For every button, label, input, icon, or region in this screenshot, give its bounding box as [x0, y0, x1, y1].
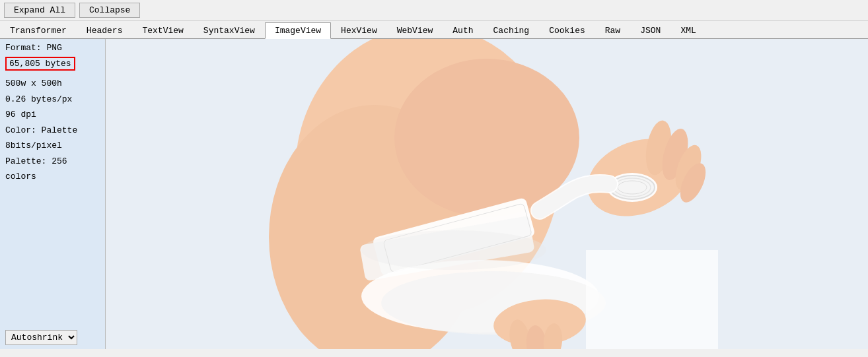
palette-label: Palette: 256 [5, 155, 100, 168]
svg-rect-23 [586, 250, 718, 349]
dpi-label: 96 dpi [5, 108, 100, 121]
tab-hexview[interactable]: HexView [331, 22, 387, 38]
bits-label: 8bits/pixel [5, 139, 100, 152]
tabs-row: TransformerHeadersTextViewSyntaxViewImag… [0, 21, 868, 39]
tab-transformer[interactable]: Transformer [0, 22, 77, 38]
tab-cookies[interactable]: Cookies [539, 22, 595, 38]
left-panel: Format: PNG 65,805 bytes 500w x 500h 0.2… [0, 39, 106, 349]
tab-json[interactable]: JSON [630, 22, 670, 38]
tab-textview[interactable]: TextView [132, 22, 193, 38]
tab-auth[interactable]: Auth [443, 22, 483, 38]
colors-label: colors [5, 170, 100, 183]
tab-caching[interactable]: Caching [484, 22, 540, 38]
right-panel [106, 39, 868, 349]
dimensions-label: 500w x 500h [5, 77, 100, 90]
collapse-button[interactable]: Collapse [79, 3, 140, 18]
tab-imageview[interactable]: ImageView [265, 22, 331, 39]
autoshrink-select[interactable]: Autoshrink Fit 100% [5, 330, 77, 345]
toolbar: Expand All Collapse [0, 0, 868, 21]
format-label: Format: PNG [5, 43, 100, 53]
tab-raw[interactable]: Raw [595, 22, 630, 38]
image-info: Format: PNG 65,805 bytes 500w x 500h 0.2… [5, 43, 100, 183]
image-display [106, 39, 868, 349]
expand-all-button[interactable]: Expand All [4, 3, 75, 18]
tab-webview[interactable]: WebView [387, 22, 443, 38]
bytes-per-px-label: 0.26 bytes/px [5, 93, 100, 106]
tab-headers[interactable]: Headers [77, 22, 133, 38]
bottom-bar: Autoshrink Fit 100% [5, 330, 100, 345]
main-content: Format: PNG 65,805 bytes 500w x 500h 0.2… [0, 39, 868, 349]
tab-xml[interactable]: XML [670, 22, 705, 38]
color-label: Color: Palette [5, 124, 100, 137]
tab-syntaxview[interactable]: SyntaxView [194, 22, 265, 38]
size-badge: 65,805 bytes [5, 57, 75, 71]
svg-point-24 [361, 230, 546, 270]
